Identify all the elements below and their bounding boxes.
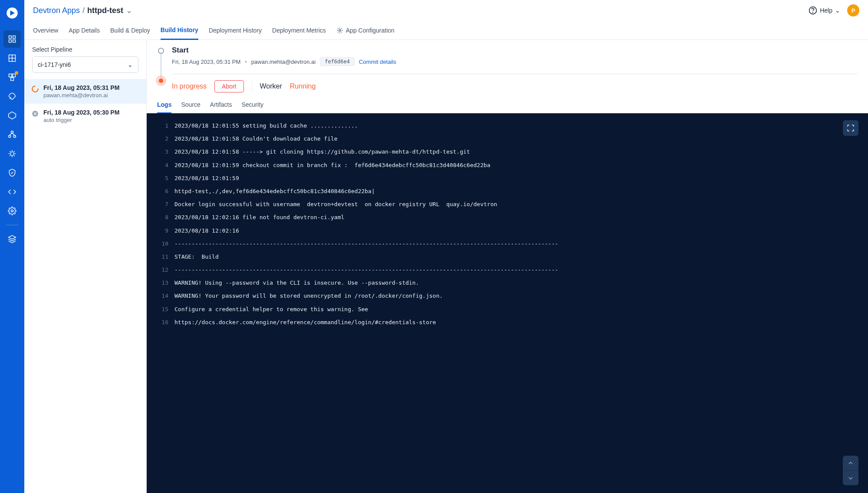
fullscreen-button[interactable] [843,120,858,136]
help-label: Help [820,7,832,14]
svg-rect-9 [13,74,16,77]
build-list-panel: Select Pipeline ci-1717-yni6 ⌄ Fri, 18 A… [24,40,147,493]
worker-label: Worker [260,82,282,90]
detail-subtabs: LogsSourceArtifactsSecurity [147,98,868,113]
svg-point-17 [11,210,13,212]
commit-details-link[interactable]: Commit details [359,59,396,65]
log-line: 14WARNING! Your password will be stored … [147,289,868,302]
log-line: 7Docker login successful with username d… [147,198,868,211]
chevron-down-icon: ⌄ [835,7,840,14]
build-timestamp: Fri, 18 Aug 2023, 05:31 PM [172,59,240,65]
log-line: 42023/08/18 12:01:59 checkout commit in … [147,159,868,172]
scroll-up-button[interactable] [843,456,858,470]
nav-code-icon[interactable] [3,183,21,200]
scroll-down-button[interactable] [843,470,858,485]
build-list-item[interactable]: Fri, 18 Aug 2023, 05:31 PMpawan.mehta@de… [24,79,146,104]
tab-app-details[interactable]: App Details [69,21,100,40]
svg-point-19 [813,12,813,13]
svg-rect-3 [9,40,12,43]
subtab-source[interactable]: Source [181,101,200,113]
log-line: 6httpd-test,./,dev,fef6d6e434edebcffc50b… [147,185,868,198]
nav-chart-icon[interactable] [3,107,21,124]
nav-apps-icon[interactable] [3,30,21,48]
nav-settings-icon[interactable] [3,202,21,220]
help-button[interactable]: Help ⌄ [809,6,840,15]
devtron-logo-icon [4,5,20,21]
spinner-icon [31,85,39,93]
stopped-icon [31,110,39,118]
logs-viewer[interactable]: 12023/08/18 12:01:55 setting build cache… [147,113,868,493]
log-line: 22023/08/18 12:01:58 Couldn't download c… [147,132,868,145]
chevron-down-icon[interactable]: ⌄ [126,6,132,15]
log-line: 13WARNING! Using --password via the CLI … [147,276,868,289]
timeline-indicator [157,46,165,86]
nav-cluster-icon[interactable] [3,126,21,143]
svg-point-11 [11,131,13,133]
nav-dashboard-icon[interactable] [3,49,21,67]
nav-security-icon[interactable] [3,164,21,181]
svg-rect-10 [11,78,14,81]
build-author: pawan.mehta@devtron.ai [251,59,316,65]
svg-line-14 [10,133,12,135]
pipeline-value: ci-1717-yni6 [38,61,71,68]
svg-rect-4 [13,40,16,43]
log-line: 92023/08/18 12:02:16 [147,224,868,237]
log-line: 11STAGE: Build [147,250,868,263]
user-avatar[interactable]: P [847,4,859,16]
breadcrumb-current: httpd-test [87,6,123,15]
commit-hash[interactable]: fef6d6e4 [320,57,355,66]
svg-line-15 [12,133,15,135]
svg-rect-8 [9,74,12,77]
log-line: 15Configure a credential helper to remov… [147,303,868,316]
abort-button[interactable]: Abort [214,80,243,92]
log-line: 12--------------------------------------… [147,263,868,276]
tab-deployment-metrics[interactable]: Deployment Metrics [272,21,326,40]
svg-rect-2 [13,36,16,39]
tab-build-deploy[interactable]: Build & Deploy [110,21,150,40]
svg-point-21 [32,86,38,92]
subtab-logs[interactable]: Logs [157,101,171,113]
scroll-buttons [843,456,858,485]
nav-rocket-icon[interactable] [3,88,21,105]
tab-app-configuration[interactable]: App Configuration [336,21,395,40]
build-item-title: Fri, 18 Aug 2023, 05:31 PM [43,84,119,91]
svg-point-12 [9,135,11,138]
worker-status: Running [290,82,316,90]
subtab-security[interactable]: Security [241,101,263,113]
build-status: In progress [172,82,207,90]
subtab-artifacts[interactable]: Artifacts [210,101,232,113]
build-item-sub: auto trigger [43,117,119,123]
pipeline-select[interactable]: ci-1717-yni6 ⌄ [32,56,138,73]
nav-appgroups-icon[interactable] [3,69,21,86]
svg-point-13 [13,135,16,138]
pipeline-label: Select Pipeline [24,40,146,56]
log-line: 32023/08/18 12:01:58 -----> git cloning … [147,145,868,158]
build-item-sub: pawan.mehta@devtron.ai [43,92,119,99]
nav-stack-icon[interactable] [3,230,21,248]
nav-config-icon[interactable] [3,145,21,162]
build-detail-panel: Start Fri, 18 Aug 2023, 05:31 PM • pawan… [147,40,868,493]
breadcrumb: Devtron Apps / httpd-test ⌄ [33,6,132,15]
tab-deployment-history[interactable]: Deployment History [209,21,262,40]
build-list-item[interactable]: Fri, 18 Aug 2023, 05:30 PMauto trigger [24,104,146,128]
log-line: 52023/08/18 12:01:59 [147,172,868,185]
svg-point-16 [10,152,14,155]
svg-rect-1 [9,36,12,39]
log-line: 10--------------------------------------… [147,237,868,250]
topbar: Devtron Apps / httpd-test ⌄ Help ⌄ P [24,0,868,21]
build-item-title: Fri, 18 Aug 2023, 05:30 PM [43,109,119,116]
nav-rail [0,0,24,493]
svg-point-20 [339,30,341,31]
tab-build-history[interactable]: Build History [161,21,198,40]
breadcrumb-sep: / [82,6,85,15]
chevron-down-icon: ⌄ [128,61,133,68]
log-line: 82023/08/18 12:02:16 file not found devt… [147,211,868,224]
stage-title: Start [172,46,858,55]
breadcrumb-root[interactable]: Devtron Apps [33,6,80,15]
log-line: 12023/08/18 12:01:55 setting build cache… [147,119,868,132]
tab-overview[interactable]: Overview [33,21,58,40]
log-line: 16https://docs.docker.com/engine/referen… [147,316,868,329]
app-tabs: OverviewApp DetailsBuild & DeployBuild H… [24,21,868,40]
